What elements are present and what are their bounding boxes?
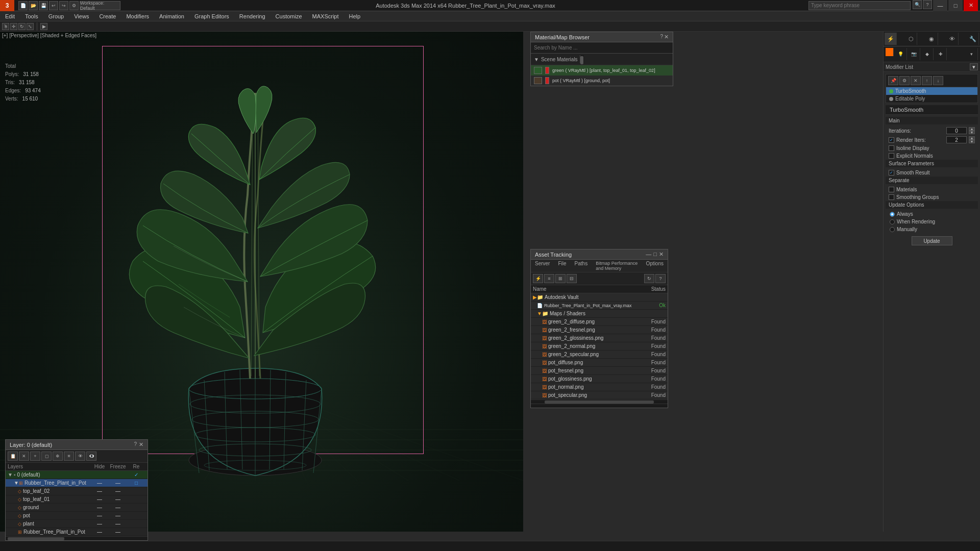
display-tab[interactable]: 👁	[946, 33, 959, 45]
modifier-list-dropdown[interactable]: ▾	[970, 63, 978, 70]
move-icon[interactable]: ✛	[10, 23, 17, 30]
menu-customize[interactable]: Customize	[271, 11, 307, 21]
search-icon[interactable]: 🔍	[913, 0, 922, 9]
at-tree-icon[interactable]: ⊟	[567, 274, 577, 283]
at-bitmap-menu[interactable]: Bitmap Performance and Memory	[592, 260, 642, 272]
layer-scrollbar[interactable]	[6, 536, 148, 540]
utilities-tab[interactable]: 🔧	[967, 33, 979, 45]
iterations-up[interactable]: ▲	[969, 127, 975, 131]
at-refresh-icon[interactable]: ↻	[644, 274, 654, 283]
at-pot-diffuse-row[interactable]: 🖼 pot_diffuse.png Found	[531, 359, 668, 367]
smoothing-groups-checkbox[interactable]	[889, 194, 894, 200]
move-down-icon[interactable]: ↓	[933, 76, 943, 85]
lp-add-icon[interactable]: +	[30, 452, 40, 461]
mat-browser-close-icon[interactable]: ✕	[664, 34, 669, 40]
at-server-menu[interactable]: Server	[531, 260, 554, 272]
at-horizontal-scrollbar[interactable]	[531, 399, 668, 404]
menu-group[interactable]: Group	[43, 11, 69, 21]
modify-tab[interactable]: ⚡	[885, 33, 897, 45]
lp-hide-icon[interactable]: 👁	[75, 452, 85, 461]
geo-icon[interactable]: ◆	[921, 48, 934, 60]
rotate-icon[interactable]: ↻	[18, 23, 26, 30]
layer-rubber-row[interactable]: ▼ ⊞ Rubber_Tree_Plant_in_Pot — — □	[6, 479, 148, 487]
search-input[interactable]	[808, 1, 911, 10]
at-maxfile-row[interactable]: 📄 Rubber_Tree_Plant_in_Pot_max_vray.max …	[531, 302, 668, 310]
menu-create[interactable]: Create	[94, 11, 121, 21]
lp-unhide-icon[interactable]: 👁‍🗨	[86, 452, 96, 461]
at-list-icon[interactable]: ≡	[544, 274, 554, 283]
smooth-result-checkbox[interactable]	[889, 170, 894, 176]
lp-close-icon[interactable]: ✕	[139, 441, 143, 448]
layer-pot-row[interactable]: ◇ pot — —	[6, 512, 148, 520]
at-connect-icon[interactable]: ⚡	[533, 274, 543, 283]
lp-select-icon[interactable]: ◻	[41, 452, 52, 461]
menu-edit[interactable]: Edit	[0, 11, 20, 21]
move-up-icon[interactable]: ↑	[922, 76, 932, 85]
lp-help-icon[interactable]: ?	[134, 441, 137, 448]
open-icon[interactable]: 📂	[29, 1, 38, 10]
render-icon[interactable]: ▶	[40, 23, 47, 30]
at-maximize-icon[interactable]: □	[653, 251, 657, 258]
color-swatch-icon[interactable]	[886, 48, 894, 56]
at-close-icon[interactable]: ✕	[659, 251, 664, 258]
update-button[interactable]: Update	[912, 236, 952, 245]
at-green-normal-row[interactable]: 🖼 green_2_normal.png Found	[531, 342, 668, 350]
at-green-glossiness-row[interactable]: 🖼 green_2_glossiness.png Found	[531, 334, 668, 342]
at-options-menu[interactable]: Options	[642, 260, 668, 272]
at-green-diffuse-row[interactable]: 🖼 green_2_diffuse.png Found	[531, 318, 668, 326]
material-search-input[interactable]	[531, 42, 673, 54]
hierarchy-tab[interactable]: ⬡	[905, 33, 917, 45]
at-grid-icon[interactable]: ⊞	[555, 274, 566, 283]
render-iters-checkbox[interactable]	[889, 137, 894, 143]
render-iters-up[interactable]: ▲	[969, 136, 975, 140]
dropdown-arrow-icon[interactable]: ▾	[966, 48, 978, 60]
editable-poly-modifier[interactable]: Editable Poly	[886, 95, 977, 103]
render-iters-down[interactable]: ▼	[969, 140, 975, 143]
help-icon[interactable]: ?	[923, 0, 932, 9]
explicit-normals-checkbox[interactable]	[889, 153, 894, 159]
lp-delete-icon[interactable]: ✕	[19, 452, 29, 461]
menu-tools[interactable]: Tools	[20, 11, 43, 21]
maximize-button[interactable]: □	[948, 0, 963, 11]
workspace-icon[interactable]: Workspace: Default	[80, 1, 120, 10]
remove-icon[interactable]: ✕	[911, 76, 921, 85]
layer-top-leaf-01-row[interactable]: ◇ top_leaf_01 — —	[6, 495, 148, 504]
mat-browser-help-icon[interactable]: ?	[660, 34, 663, 40]
motion-tab[interactable]: ◉	[926, 33, 938, 45]
settings-icon[interactable]: ⚙	[69, 1, 79, 10]
at-help-icon[interactable]: ?	[655, 274, 666, 283]
lp-new-icon[interactable]: 📋	[8, 452, 18, 461]
select-icon[interactable]: 🖱	[2, 23, 9, 30]
menu-modifiers[interactable]: Modifiers	[121, 11, 154, 21]
menu-help[interactable]: Help	[344, 11, 366, 21]
menu-graph-editors[interactable]: Graph Editors	[189, 11, 234, 21]
new-icon[interactable]: 📄	[18, 1, 28, 10]
iterations-down[interactable]: ▼	[969, 131, 975, 134]
at-pot-fresnel-row[interactable]: 🖼 pot_fresnel.png Found	[531, 367, 668, 375]
lp-unfreeze-icon[interactable]: ☀	[64, 452, 74, 461]
at-paths-menu[interactable]: Paths	[571, 260, 592, 272]
menu-maxscript[interactable]: MAXScript	[307, 11, 344, 21]
rubber-expand-icon[interactable]: ▼	[8, 480, 19, 486]
when-rendering-radio[interactable]	[890, 219, 895, 224]
materials-checkbox[interactable]	[889, 187, 894, 192]
undo-icon[interactable]: ↩	[49, 1, 58, 10]
scale-icon[interactable]: ⤡	[27, 23, 34, 30]
layer-0-row[interactable]: ▼ ▪ 0 (default) ✓	[6, 471, 148, 479]
menu-rendering[interactable]: Rendering	[234, 11, 271, 21]
at-pot-normal-row[interactable]: 🖼 pot_normal.png Found	[531, 383, 668, 391]
layer-rubber2-row[interactable]: ⊞ Rubber_Tree_Plant_in_Pot — —	[6, 528, 148, 536]
material-item-green[interactable]: green ( VRayMtl ) [plant, top_leaf_01, t…	[531, 65, 673, 76]
lp-freeze-icon[interactable]: ❄	[53, 452, 63, 461]
pin-icon[interactable]: 📌	[888, 76, 898, 85]
camera-icon[interactable]: 📷	[908, 48, 920, 60]
isoline-checkbox[interactable]	[889, 145, 894, 151]
manually-radio[interactable]	[890, 227, 895, 232]
at-pot-specular-row[interactable]: 🖼 pot_specular.png Found	[531, 391, 668, 399]
render-iters-input[interactable]	[946, 136, 967, 143]
material-item-pot[interactable]: pot ( VRayMtl ) [ground, pot]	[531, 76, 673, 86]
minimize-button[interactable]: —	[933, 0, 947, 11]
close-button[interactable]: ✕	[964, 0, 978, 11]
at-file-menu[interactable]: File	[554, 260, 570, 272]
always-radio[interactable]	[890, 212, 895, 217]
